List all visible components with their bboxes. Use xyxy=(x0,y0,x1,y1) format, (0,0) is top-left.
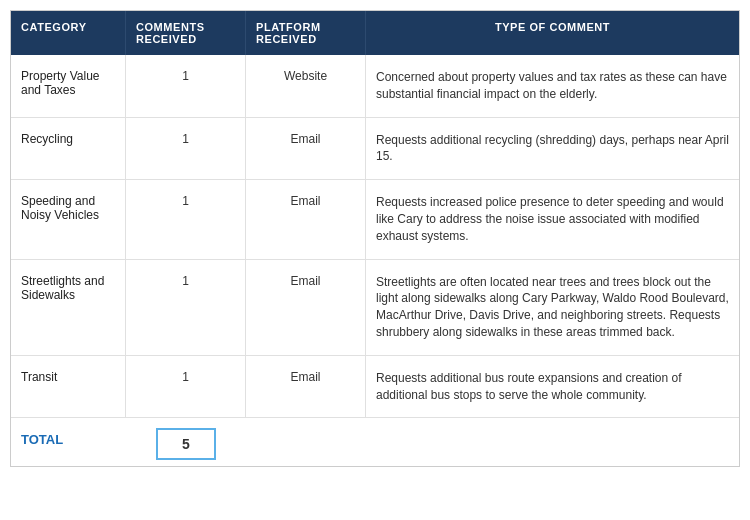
table-body: Property Value and Taxes 1 Website Conce… xyxy=(11,55,739,418)
cell-comments: 1 xyxy=(126,118,246,180)
cell-platform: Website xyxy=(246,55,366,117)
cell-comment-text: Requests increased police presence to de… xyxy=(366,180,739,258)
main-table: CATEGORY COMMENTS RECEIVED PLATFORM RECE… xyxy=(10,10,740,467)
cell-platform: Email xyxy=(246,180,366,258)
cell-category: Streetlights and Sidewalks xyxy=(11,260,126,355)
table-row: Property Value and Taxes 1 Website Conce… xyxy=(11,55,739,118)
header-type: TYPE OF COMMENT xyxy=(366,11,739,55)
header-platform: PLATFORM RECEIVED xyxy=(246,11,366,55)
table-row: Streetlights and Sidewalks 1 Email Stree… xyxy=(11,260,739,356)
cell-platform: Email xyxy=(246,260,366,355)
total-value: 5 xyxy=(126,422,246,466)
cell-category: Transit xyxy=(11,356,126,418)
total-number: 5 xyxy=(156,428,216,460)
cell-comments: 1 xyxy=(126,55,246,117)
table-header: CATEGORY COMMENTS RECEIVED PLATFORM RECE… xyxy=(11,11,739,55)
cell-platform: Email xyxy=(246,118,366,180)
cell-comment-text: Requests additional bus route expansions… xyxy=(366,356,739,418)
cell-category: Property Value and Taxes xyxy=(11,55,126,117)
cell-comment-text: Streetlights are often located near tree… xyxy=(366,260,739,355)
total-row: TOTAL 5 xyxy=(11,422,739,466)
total-label: TOTAL xyxy=(11,422,126,466)
cell-comments: 1 xyxy=(126,180,246,258)
cell-comments: 1 xyxy=(126,356,246,418)
cell-comments: 1 xyxy=(126,260,246,355)
cell-platform: Email xyxy=(246,356,366,418)
cell-category: Speeding and Noisy Vehicles xyxy=(11,180,126,258)
table-row: Recycling 1 Email Requests additional re… xyxy=(11,118,739,181)
header-category: CATEGORY xyxy=(11,11,126,55)
cell-category: Recycling xyxy=(11,118,126,180)
table-row: Speeding and Noisy Vehicles 1 Email Requ… xyxy=(11,180,739,259)
cell-comment-text: Concerned about property values and tax … xyxy=(366,55,739,117)
header-comments: COMMENTS RECEIVED xyxy=(126,11,246,55)
table-row: Transit 1 Email Requests additional bus … xyxy=(11,356,739,419)
cell-comment-text: Requests additional recycling (shredding… xyxy=(366,118,739,180)
